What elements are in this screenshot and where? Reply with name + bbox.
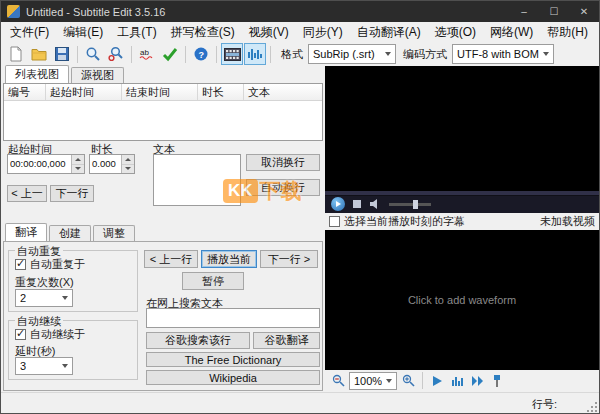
tab-create[interactable]: 创建 [49, 225, 91, 241]
column-text[interactable]: 文本 [244, 84, 322, 100]
repeat-count-select[interactable]: 2 [15, 289, 73, 307]
tab-source-view[interactable]: 源视图 [71, 67, 124, 83]
waveform-position-marker[interactable] [488, 372, 506, 390]
auto-break-button[interactable]: 自动换行 [246, 179, 320, 196]
unbreak-button[interactable]: 取消换行 [246, 154, 320, 171]
waveform-fast-forward-button[interactable] [468, 372, 486, 390]
film-icon [224, 48, 241, 61]
encoding-select[interactable]: UTF-8 with BOM [452, 44, 554, 64]
next-line-button[interactable]: 下一行 > [260, 250, 318, 268]
minimize-button[interactable]: – [509, 1, 539, 22]
auto-repeat-label: 自动重复于 [30, 257, 85, 272]
video-pane: 选择当前播放时刻的字幕 未加载视频 Click to add waveform … [325, 66, 599, 391]
menu-networking[interactable]: 网络(W) [483, 22, 540, 42]
duration-value: 0.000 [90, 155, 121, 173]
volume-slider[interactable] [389, 203, 431, 206]
tab-adjust[interactable]: 调整 [93, 225, 135, 241]
menu-spell-check[interactable]: 拼写检查(S) [164, 22, 242, 42]
maximize-button[interactable]: ☐ [539, 1, 569, 22]
video-status-label: 未加载视频 [540, 214, 595, 229]
view-tabs: 列表视图 源视图 [3, 66, 323, 83]
spell-check-button[interactable]: ab [136, 43, 158, 65]
main-toolbar: ab ? 格式 SubRip (.srt) 编码方式 UTF-8 with BO… [1, 42, 599, 66]
spin-buttons[interactable] [121, 155, 134, 173]
column-start-time[interactable]: 起始时间 [46, 84, 122, 100]
find-button[interactable] [82, 43, 104, 65]
menu-video[interactable]: 视频(V) [242, 22, 296, 42]
previous-line-button[interactable]: < 上一行 [144, 250, 198, 268]
menu-sync[interactable]: 同步(Y) [296, 22, 350, 42]
open-folder-icon [31, 46, 47, 62]
subtitle-list-header: 编号 起始时间 结束时间 时长 文本 [4, 84, 322, 101]
format-select[interactable]: SubRip (.srt) [308, 44, 396, 64]
google-search-button[interactable]: 谷歌搜索该行 [146, 332, 250, 349]
svg-text:?: ? [199, 50, 205, 60]
tab-translate[interactable]: 翻译 [5, 223, 47, 241]
auto-repeat-checkbox[interactable] [15, 259, 26, 270]
waveform-zoom-out-button[interactable] [329, 372, 347, 390]
play-button[interactable] [331, 197, 345, 211]
start-time-value: 00:00:00,000 [8, 155, 71, 173]
check-icon [162, 46, 178, 62]
mode-tabs: 翻译 创建 调整 [3, 224, 323, 241]
repeat-count-label: 重复次数(X) [15, 275, 74, 290]
toolbar-separator [185, 46, 186, 63]
new-file-icon [8, 46, 24, 62]
subtitle-sync-row: 选择当前播放时刻的字幕 未加载视频 [325, 213, 599, 230]
menu-file[interactable]: 文件(F) [3, 22, 56, 42]
waveform-play-button[interactable] [428, 372, 446, 390]
subtitle-list[interactable]: 编号 起始时间 结束时间 时长 文本 [3, 83, 323, 141]
waveform-zoom-select[interactable]: 100% [349, 372, 397, 390]
repeat-count-value: 2 [20, 292, 26, 304]
column-number[interactable]: 编号 [4, 84, 46, 100]
resize-grip[interactable] [586, 401, 598, 413]
spin-buttons[interactable] [71, 155, 84, 173]
volume-icon[interactable] [369, 198, 381, 210]
video-player[interactable] [325, 66, 599, 213]
waveform-zoom-in-button[interactable] [399, 372, 417, 390]
sync-subtitle-checkbox[interactable] [329, 216, 340, 227]
subtitle-text-input[interactable] [153, 154, 241, 206]
video-controls [325, 191, 599, 213]
new-button[interactable] [5, 43, 27, 65]
menu-options[interactable]: 选项(O) [428, 22, 483, 42]
menu-tools[interactable]: 工具(T) [110, 22, 163, 42]
toolbar-separator [422, 372, 423, 389]
menu-edit[interactable]: 编辑(E) [56, 22, 110, 42]
play-current-button[interactable]: 播放当前 [201, 250, 257, 268]
help-button[interactable]: ? [190, 43, 212, 65]
waveform-area[interactable]: Click to add waveform [325, 230, 599, 370]
menu-bar: 文件(F) 编辑(E) 工具(T) 拼写检查(S) 视频(V) 同步(Y) 自动… [1, 22, 599, 42]
column-end-time[interactable]: 结束时间 [122, 84, 198, 100]
fix-errors-button[interactable] [159, 43, 181, 65]
menu-help[interactable]: 帮助(H) [540, 22, 595, 42]
tab-list-view[interactable]: 列表视图 [5, 65, 69, 83]
toggle-waveform-button[interactable] [244, 43, 266, 65]
duration-spinner[interactable]: 0.000 [89, 154, 135, 174]
line-number-label: 行号: [532, 397, 557, 412]
toggle-video-button[interactable] [221, 43, 243, 65]
waveform-spectrogram-button[interactable] [448, 372, 466, 390]
next-subtitle-button[interactable]: 下一行 [50, 185, 94, 202]
stop-button[interactable] [353, 200, 361, 208]
zoom-out-icon [332, 374, 345, 387]
web-search-input[interactable] [146, 308, 320, 328]
replace-icon [108, 46, 124, 62]
free-dictionary-button[interactable]: The Free Dictionary [146, 352, 320, 367]
close-button[interactable]: ✕ [569, 1, 599, 22]
auto-continue-checkbox[interactable] [15, 329, 26, 340]
google-translate-button[interactable]: 谷歌翻译 [253, 332, 320, 349]
open-button[interactable] [28, 43, 50, 65]
previous-subtitle-button[interactable]: < 上一 [7, 185, 47, 202]
start-time-spinner[interactable]: 00:00:00,000 [7, 154, 85, 174]
replace-button[interactable] [105, 43, 127, 65]
pause-button[interactable]: 暂停 [182, 272, 244, 290]
toolbar-separator [270, 46, 271, 63]
menu-auto-translate[interactable]: 自动翻译(A) [350, 22, 428, 42]
delay-select[interactable]: 3 [15, 357, 73, 375]
subtitle-pane: 列表视图 源视图 编号 起始时间 结束时间 时长 文本 起始时间 时长 00:0… [3, 66, 323, 391]
wikipedia-button[interactable]: Wikipedia [146, 370, 320, 385]
save-button[interactable] [51, 43, 73, 65]
column-duration[interactable]: 时长 [198, 84, 244, 100]
volume-thumb[interactable] [413, 200, 418, 209]
